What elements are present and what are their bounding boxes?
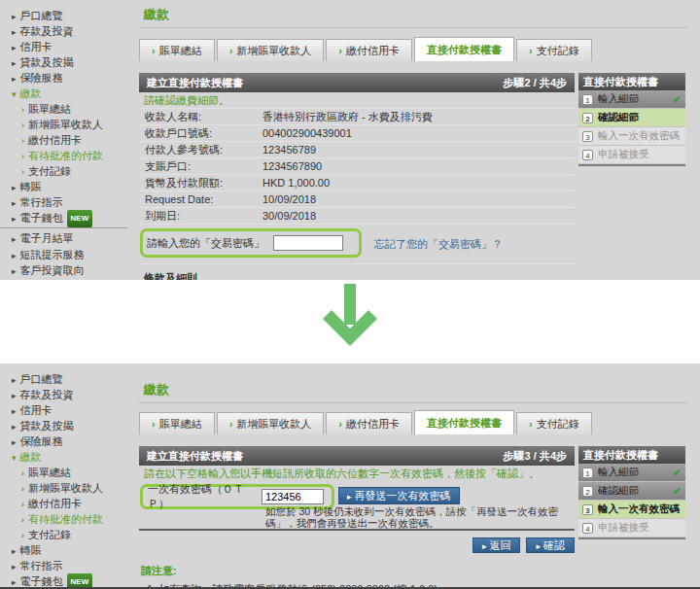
sidebar-item-pay-credit-card[interactable]: 繳付信用卡 [0, 132, 127, 148]
down-arrow-icon [322, 284, 378, 352]
sidebar-item-loans-mortgage[interactable]: 貸款及按揭 [0, 418, 127, 433]
sidebar: 戶口總覽 存款及投資 信用卡 貸款及按揭 保險服務 繳款 賬單總結 新增賬單收款… [0, 0, 127, 278]
tab-pay-credit-card[interactable]: 繳付信用卡 [326, 39, 412, 61]
tab-direct-debit-authorisation[interactable]: 直接付款授權書 [414, 37, 514, 61]
progress-steps-panel: 直接付款授權書 1輸入細節 2確認細節 3輸入一次有效密碼 4申請被接受 [578, 446, 685, 539]
step-label: 輸入細節 [598, 92, 639, 106]
field-value: 004002900439001 [262, 127, 352, 139]
sidebar-item-label: 戶口總覽 [20, 10, 63, 21]
chevron-bullet-icon [21, 133, 24, 149]
chevron-bullet-icon [21, 481, 24, 497]
sidebar-item-insurance[interactable]: 保險服務 [0, 70, 127, 86]
sidebar-item-insurance[interactable]: 保險服務 [0, 433, 127, 449]
sidebar-item-label: 信用卡 [20, 41, 52, 52]
tab-bill-summary[interactable]: 賬單總結 [139, 412, 215, 434]
tab-bill-summary[interactable]: 賬單總結 [139, 39, 215, 61]
tab-add-bill-payee[interactable]: 新增賬單收款人 [217, 39, 325, 61]
steps-panel-title: 直接付款授權書 [578, 446, 685, 464]
field-row-payer-reference: 付款人參考號碼:123456789 [139, 142, 575, 158]
panel-title: 建立直接付款授權書 [147, 449, 243, 464]
sidebar-item-bill-payment[interactable]: 繳款 [0, 449, 127, 465]
step-1-enter-details: 1輸入細節 [578, 90, 685, 109]
chevron-bullet-icon [21, 102, 24, 118]
chevron-right-icon [152, 45, 156, 56]
chevron-bullet-icon [21, 528, 24, 543]
step-3-enter-otp: 3輸入一次有效密碼 [578, 127, 685, 146]
arrow-right-icon [482, 539, 487, 551]
step-label: 輸入細節 [598, 466, 639, 479]
field-row-request-date: Request Date:10/09/2018 [139, 191, 575, 208]
sidebar-item-add-bill-payee[interactable]: 新增賬單收款人 [0, 117, 127, 132]
triangle-bullet-icon [12, 574, 17, 589]
sidebar-item-label: 電子錢包 [20, 212, 63, 224]
step-label: 輸入一次有效密碼 [598, 502, 680, 516]
tab-pay-credit-card[interactable]: 繳付信用卡 [326, 412, 412, 434]
step-number: 4 [582, 523, 593, 534]
sidebar-item-label: 存款及投資 [20, 389, 74, 400]
forgot-password-link[interactable]: 忘記了您的「交易密碼」？ [374, 237, 503, 252]
sidebar-item-label: 有待批准的付款 [28, 513, 103, 525]
sidebar-item-bill-summary[interactable]: 賬單總結 [0, 101, 127, 117]
sidebar-item-label: 有待批准的付款 [28, 150, 103, 161]
sidebar-item-deposits-investments[interactable]: 存款及投資 [0, 387, 127, 402]
chevron-right-icon [229, 45, 233, 56]
sidebar-item-label: 繳款 [20, 451, 42, 463]
sidebar-item-standing-instruction[interactable]: 常行指示 [0, 558, 127, 573]
check-icon [673, 467, 682, 479]
sidebar-item-payment-history[interactable]: 支付記錄 [0, 163, 127, 179]
sidebar-item-account-overview[interactable]: 戶口總覽 [0, 371, 127, 387]
otp-form-panel: 建立直接付款授權書 步驟3 / 共4步 請在以下空格輸入您以手機短訊所收取的六位… [139, 446, 575, 589]
step-1-enter-details: 1輸入細節 [578, 464, 685, 482]
sidebar-item-transfer[interactable]: 轉賬 [0, 542, 127, 558]
tab-bar: 賬單總結 新增賬單收款人 繳付信用卡 直接付款授權書 支付記錄 [139, 410, 594, 434]
step-2-confirm-details: 2確認細節 [578, 482, 685, 501]
sidebar-item-deposits-investments[interactable]: 存款及投資 [0, 23, 127, 39]
sidebar-item-payment-history[interactable]: 支付記錄 [0, 527, 127, 542]
resend-otp-button[interactable]: 再發送一次有效密碼 [338, 487, 460, 504]
confirm-button[interactable]: 確認 [526, 537, 575, 553]
sidebar-item-label: 新增賬單收款人 [28, 119, 103, 130]
transaction-password-input[interactable] [273, 235, 343, 251]
otp-label: 一次有效密碼（ＯＴＰ） [143, 482, 262, 511]
tab-label: 直接付款授權書 [427, 417, 502, 429]
tab-direct-debit-authorisation[interactable]: 直接付款授權書 [414, 410, 514, 434]
field-label: Request Date: [139, 193, 262, 205]
sidebar-item-investment-preference[interactable]: 客戶投資取向 [0, 262, 127, 278]
tab-bar: 賬單總結 新增賬單收款人 繳付信用卡 直接付款授權書 支付記錄 [139, 37, 594, 61]
notice-item: 1. 如有查詢，請致電客戶服務熱線 (852) 2886 8868 (按 1 6… [139, 582, 575, 589]
sidebar-item-bill-payment[interactable]: 繳款 [0, 86, 127, 101]
sidebar-item-label: 存款及投資 [20, 25, 74, 37]
field-label: 收款戶口號碼: [139, 126, 262, 141]
sidebar-item-pending-payments[interactable]: 有待批准的付款 [0, 511, 127, 527]
sidebar-item-bill-summary[interactable]: 賬單總結 [0, 465, 127, 480]
sidebar-item-credit-card[interactable]: 信用卡 [0, 402, 127, 418]
otp-input[interactable] [262, 489, 324, 504]
step-3-enter-otp: 3輸入一次有效密碼 [578, 501, 685, 519]
chevron-bullet-icon [21, 164, 24, 180]
sidebar-item-credit-card[interactable]: 信用卡 [0, 39, 127, 54]
sidebar-item-add-bill-payee[interactable]: 新增賬單收款人 [0, 480, 127, 496]
sidebar-item-transfer[interactable]: 轉賬 [0, 179, 127, 194]
sidebar-item-e-statement[interactable]: 電子月結單 [0, 227, 127, 247]
field-row-payee-account: 收款戶口號碼:004002900439001 [139, 125, 575, 142]
sidebar-item-sms-alert[interactable]: 短訊提示服務 [0, 247, 127, 262]
sidebar-item-standing-instruction[interactable]: 常行指示 [0, 194, 127, 210]
tab-payment-history[interactable]: 支付記錄 [516, 412, 592, 434]
sidebar-item-label: 戶口總覽 [20, 373, 63, 385]
sidebar-item-e-wallet[interactable]: 電子錢包NEW [0, 210, 127, 225]
sidebar: 戶口總覽 存款及投資 信用卡 貸款及按揭 保險服務 繳款 賬單總結 新增賬單收款… [0, 364, 127, 589]
triangle-bullet-icon [12, 543, 17, 559]
sidebar-item-account-overview[interactable]: 戶口總覽 [0, 8, 127, 23]
sidebar-item-loans-mortgage[interactable]: 貸款及按揭 [0, 54, 127, 70]
sidebar-item-pending-payments[interactable]: 有待批准的付款 [0, 148, 127, 163]
page-title: 繳款 [144, 381, 169, 398]
button-label: 返回 [489, 539, 510, 551]
tab-payment-history[interactable]: 支付記錄 [516, 39, 592, 61]
tab-add-bill-payee[interactable]: 新增賬單收款人 [217, 412, 325, 434]
sidebar-item-label: 繳付信用卡 [28, 498, 82, 509]
sidebar-item-pay-credit-card[interactable]: 繳付信用卡 [0, 496, 127, 511]
chevron-right-icon [529, 45, 533, 56]
sidebar-item-e-wallet[interactable]: 電子錢包NEW [0, 573, 127, 589]
back-button[interactable]: 返回 [472, 537, 521, 553]
triangle-bullet-icon [12, 195, 17, 211]
